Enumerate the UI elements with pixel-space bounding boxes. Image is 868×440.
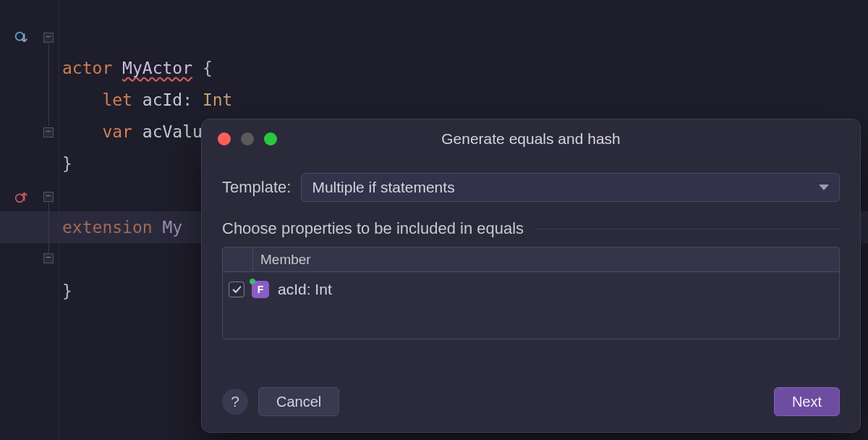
- fold-column: [45, 0, 59, 440]
- fold-toggle-icon[interactable]: [43, 253, 54, 263]
- section-header: Choose properties to be included in equa…: [222, 219, 840, 238]
- fold-guide: [48, 43, 49, 126]
- checkbox-column: [223, 248, 253, 271]
- next-button[interactable]: Next: [774, 387, 840, 416]
- overridden-up-icon[interactable]: [13, 189, 29, 205]
- fold-toggle-icon[interactable]: [43, 192, 54, 202]
- help-button[interactable]: ?: [222, 389, 248, 415]
- dialog-titlebar[interactable]: Generate equals and hash: [202, 119, 860, 158]
- template-select[interactable]: Multiple if statements: [301, 173, 840, 202]
- fold-toggle-icon[interactable]: [43, 127, 54, 138]
- members-table: Member F acId: Int: [222, 247, 840, 339]
- traffic-lights: [218, 132, 277, 145]
- divider: [535, 229, 840, 229]
- template-row: Template: Multiple if statements: [222, 173, 840, 202]
- zoom-icon[interactable]: [264, 132, 277, 145]
- implements-down-icon[interactable]: [13, 30, 29, 46]
- table-row[interactable]: F acId: Int: [223, 272, 839, 307]
- dialog-footer: ? Cancel Next: [202, 374, 860, 432]
- cancel-button[interactable]: Cancel: [258, 387, 339, 416]
- keyword: let: [102, 90, 132, 109]
- section-label: Choose properties to be included in equa…: [222, 219, 524, 238]
- fold-guide: [48, 203, 49, 253]
- minimize-icon: [241, 132, 254, 145]
- keyword: var: [102, 122, 132, 141]
- keyword: actor: [62, 59, 112, 77]
- member-label: acId: Int: [278, 281, 332, 298]
- template-label: Template:: [222, 178, 291, 197]
- generate-equals-hash-dialog: Generate equals and hash Template: Multi…: [201, 119, 861, 433]
- type-ref: Int: [203, 90, 233, 109]
- dialog-title: Generate equals and hash: [202, 130, 860, 148]
- dialog-body: Template: Multiple if statements Choose …: [202, 158, 860, 374]
- member-column-header: Member: [253, 252, 311, 268]
- gutter: [0, 0, 39, 440]
- brace: }: [62, 282, 72, 300]
- field-icon: F: [252, 281, 269, 298]
- template-value: Multiple if statements: [312, 179, 454, 196]
- colon: :: [182, 90, 192, 109]
- chevron-down-icon: [819, 185, 829, 190]
- table-header: Member: [223, 248, 839, 272]
- close-icon[interactable]: [218, 132, 231, 145]
- member-checkbox[interactable]: [229, 282, 244, 297]
- brace: }: [62, 154, 72, 173]
- property-name: acId: [142, 90, 182, 109]
- brace: {: [203, 59, 213, 77]
- type-name: MyActor: [122, 59, 192, 77]
- fold-toggle-icon[interactable]: [43, 33, 54, 43]
